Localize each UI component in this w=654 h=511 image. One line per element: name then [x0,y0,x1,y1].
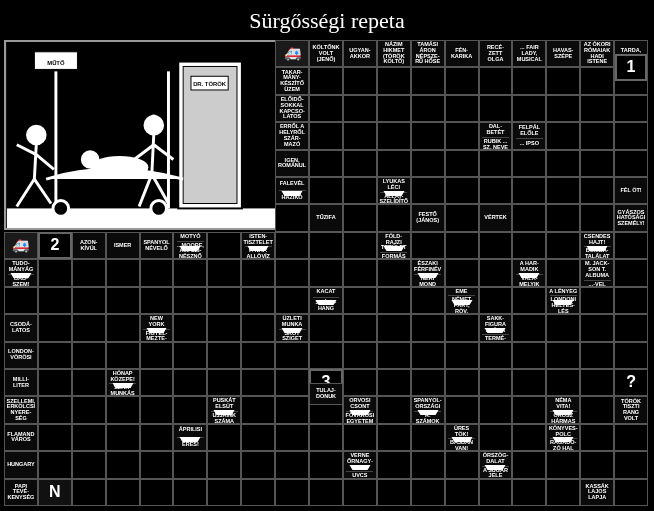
grid-cell[interactable] [207,314,241,341]
grid-cell[interactable] [207,424,241,451]
grid-cell[interactable] [38,287,72,314]
grid-cell[interactable] [411,479,445,506]
grid-cell[interactable] [479,396,513,423]
grid-cell[interactable] [377,67,411,94]
grid-cell[interactable] [614,424,648,451]
grid-cell[interactable] [275,396,309,423]
grid-cell[interactable] [309,314,343,341]
grid-cell[interactable] [38,424,72,451]
grid-cell[interactable] [241,369,275,396]
grid-cell[interactable] [580,287,614,314]
grid-cell[interactable] [343,287,377,314]
grid-cell[interactable] [479,479,513,506]
grid-cell[interactable] [343,122,377,149]
grid-cell[interactable] [275,232,309,259]
grid-cell[interactable] [140,287,174,314]
grid-cell[interactable] [479,67,513,94]
grid-cell[interactable] [207,287,241,314]
grid-cell[interactable] [72,342,106,369]
grid-cell[interactable] [38,314,72,341]
grid-cell[interactable] [479,369,513,396]
grid-cell[interactable] [512,314,546,341]
grid-cell[interactable] [4,287,38,314]
grid-cell[interactable] [546,67,580,94]
grid-cell[interactable] [106,396,140,423]
grid-cell[interactable] [445,122,479,149]
grid-cell[interactable] [241,342,275,369]
grid-cell[interactable] [411,150,445,177]
grid-cell[interactable] [140,479,174,506]
grid-cell[interactable] [140,369,174,396]
grid-cell[interactable] [72,259,106,286]
grid-cell[interactable] [512,232,546,259]
grid-cell[interactable] [614,150,648,177]
grid-cell[interactable] [546,204,580,231]
grid-cell[interactable] [207,479,241,506]
grid-cell[interactable] [512,204,546,231]
grid-cell[interactable] [173,259,207,286]
grid-cell[interactable] [512,424,546,451]
grid-cell[interactable] [377,95,411,122]
grid-cell[interactable] [275,287,309,314]
grid-cell[interactable] [614,122,648,149]
grid-cell[interactable] [411,451,445,478]
grid-cell[interactable] [512,287,546,314]
grid-cell[interactable] [309,122,343,149]
grid-cell[interactable] [72,369,106,396]
grid-cell[interactable] [512,177,546,204]
grid-cell[interactable] [377,314,411,341]
grid-cell[interactable] [411,232,445,259]
grid-cell[interactable] [445,369,479,396]
grid-cell[interactable] [411,95,445,122]
grid-cell[interactable] [580,204,614,231]
grid-cell[interactable] [512,451,546,478]
grid-cell[interactable] [580,342,614,369]
grid-cell[interactable] [512,369,546,396]
grid-cell[interactable] [546,369,580,396]
grid-cell[interactable] [445,204,479,231]
grid-cell[interactable] [343,479,377,506]
grid-cell[interactable] [377,150,411,177]
grid-cell[interactable] [614,451,648,478]
grid-cell[interactable] [207,451,241,478]
grid-cell[interactable] [614,232,648,259]
grid-cell[interactable] [38,342,72,369]
grid-cell[interactable] [72,451,106,478]
grid-cell[interactable] [479,95,513,122]
grid-cell[interactable] [173,342,207,369]
grid-cell[interactable] [377,369,411,396]
grid-cell[interactable] [512,479,546,506]
grid-cell[interactable] [580,369,614,396]
grid-cell[interactable] [173,479,207,506]
grid-cell[interactable] [580,424,614,451]
grid-cell[interactable] [106,451,140,478]
grid-cell[interactable] [546,314,580,341]
grid-cell[interactable] [106,342,140,369]
grid-cell[interactable] [241,314,275,341]
grid-cell[interactable] [275,342,309,369]
grid-cell[interactable] [343,150,377,177]
grid-cell[interactable] [140,451,174,478]
grid-cell[interactable] [479,232,513,259]
grid-cell[interactable] [445,479,479,506]
grid-cell[interactable] [411,369,445,396]
grid-cell[interactable] [275,259,309,286]
grid-cell[interactable] [140,424,174,451]
grid-cell[interactable] [479,259,513,286]
grid-cell[interactable] [309,451,343,478]
grid-cell[interactable] [72,396,106,423]
grid-cell[interactable] [275,424,309,451]
grid-cell[interactable] [343,314,377,341]
grid-cell[interactable] [479,150,513,177]
grid-cell[interactable] [377,122,411,149]
grid-cell[interactable] [72,424,106,451]
grid-cell[interactable] [207,259,241,286]
grid-cell[interactable] [309,342,343,369]
grid-cell[interactable] [38,369,72,396]
grid-cell[interactable] [546,479,580,506]
grid-cell[interactable] [377,479,411,506]
grid-cell[interactable] [377,396,411,423]
grid-cell[interactable] [140,396,174,423]
grid-cell[interactable] [106,424,140,451]
grid-cell[interactable] [309,424,343,451]
